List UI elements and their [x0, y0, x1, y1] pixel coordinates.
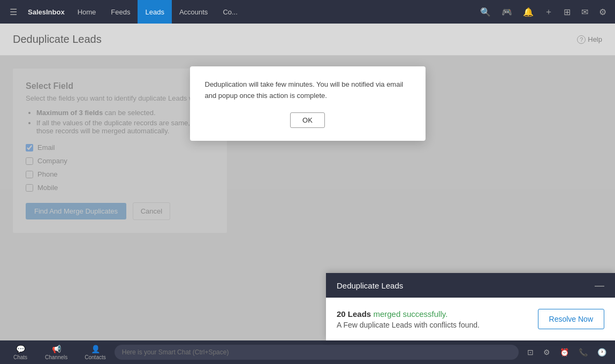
bottom-panel-text: 20 Leads merged successfully. A Few dupl… [337, 309, 480, 329]
apps-icon[interactable]: ⊞ [559, 4, 575, 20]
resolve-now-button[interactable]: Resolve Now [538, 309, 604, 329]
bottom-panel-title: Deduplicate Leads [337, 281, 403, 290]
nav-item-feeds[interactable]: Feeds [103, 0, 138, 24]
bottom-panel: Deduplicate Leads — 20 Leads merged succ… [326, 273, 615, 340]
nav-item-home[interactable]: Home [70, 0, 104, 24]
nav-icons: 🔍 🎮 🔔 ＋ ⊞ ✉ ⚙ [476, 3, 611, 21]
bottom-panel-body: 20 Leads merged successfully. A Few dupl… [326, 298, 615, 340]
search-icon[interactable]: 🔍 [476, 4, 495, 20]
success-count: 20 Leads [337, 309, 371, 318]
modal-message: Deduplication will take few minutes. You… [205, 79, 411, 102]
brand-label: SalesInbox [22, 8, 70, 16]
modal-box: Deduplication will take few minutes. You… [190, 66, 426, 141]
hamburger-icon[interactable]: ☰ [4, 7, 22, 17]
success-line: 20 Leads merged successfully. [337, 309, 480, 318]
email-icon[interactable]: ✉ [577, 4, 593, 20]
ok-button[interactable]: OK [290, 112, 325, 128]
nav-item-contacts[interactable]: Co... [215, 0, 245, 24]
modal-actions: OK [205, 112, 411, 128]
add-icon[interactable]: ＋ [540, 3, 557, 21]
game-icon[interactable]: 🎮 [497, 4, 517, 20]
notification-icon[interactable]: 🔔 [519, 4, 538, 20]
success-verb: merged successfully. [373, 309, 447, 318]
settings-icon[interactable]: ⚙ [595, 4, 611, 20]
top-nav: ☰ SalesInbox Home Feeds Leads Accounts C… [0, 0, 615, 24]
nav-item-accounts[interactable]: Accounts [172, 0, 215, 24]
conflict-line: A Few duplicate Leads with conflicts fou… [337, 321, 480, 329]
minimize-icon[interactable]: — [595, 280, 604, 290]
nav-item-leads[interactable]: Leads [138, 0, 171, 24]
bottom-panel-header: Deduplicate Leads — [326, 273, 615, 298]
